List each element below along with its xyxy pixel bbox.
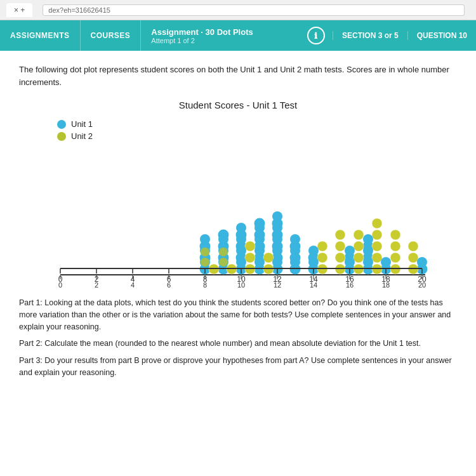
assignment-subtitle: Attempt 1 of 2 bbox=[151, 37, 289, 44]
svg-point-33 bbox=[255, 257, 265, 267]
svg-text:14: 14 bbox=[309, 275, 318, 284]
svg-text:8: 8 bbox=[203, 275, 208, 284]
svg-point-45 bbox=[308, 257, 319, 267]
browser-url-bar[interactable]: dex?eh=316626415 bbox=[43, 4, 465, 16]
svg-text:10: 10 bbox=[237, 275, 246, 284]
nav-assignment-info: Assignment · 30 Dot Plots Attempt 1 of 2 bbox=[141, 27, 300, 44]
chart-legend: Unit 1 Unit 2 bbox=[57, 119, 457, 141]
svg-point-57 bbox=[219, 248, 228, 256]
svg-point-54 bbox=[201, 258, 209, 267]
svg-point-38 bbox=[272, 246, 282, 256]
svg-point-41 bbox=[272, 211, 282, 221]
svg-point-43 bbox=[290, 246, 300, 256]
svg-text:12: 12 bbox=[273, 275, 282, 284]
svg-point-35 bbox=[255, 234, 265, 244]
svg-point-31 bbox=[236, 234, 246, 244]
part2-text: Part 2: Calculate the mean (rounded to t… bbox=[19, 338, 457, 350]
dot-plot-svg: 0 2 4 6 8 10 12 14 16 18 20 bbox=[41, 145, 435, 291]
legend-label-unit1: Unit 1 bbox=[71, 119, 93, 129]
svg-point-47 bbox=[345, 257, 355, 267]
nav-bar: ASSIGNMENTS COURSES Assignment · 30 Dot … bbox=[0, 20, 476, 51]
svg-text:18: 18 bbox=[381, 275, 390, 284]
svg-point-50 bbox=[363, 246, 373, 256]
svg-point-52 bbox=[381, 257, 391, 267]
svg-point-55 bbox=[201, 248, 209, 256]
legend-unit1: Unit 1 bbox=[57, 119, 457, 129]
svg-point-36 bbox=[255, 223, 265, 233]
chart-area: 0 2 4 6 8 10 12 14 16 18 20 bbox=[41, 145, 435, 291]
svg-text:16: 16 bbox=[345, 275, 354, 284]
svg-text:4: 4 bbox=[131, 275, 135, 284]
svg-point-42 bbox=[290, 257, 300, 267]
problem-description: The following dot plot represents studen… bbox=[19, 63, 457, 88]
svg-point-39 bbox=[272, 234, 282, 244]
info-button[interactable]: ℹ bbox=[307, 27, 325, 44]
svg-point-34 bbox=[255, 246, 265, 256]
svg-text:2: 2 bbox=[95, 275, 99, 284]
svg-text:20: 20 bbox=[418, 275, 426, 284]
svg-point-25 bbox=[200, 234, 210, 244]
svg-text:0: 0 bbox=[58, 275, 63, 284]
svg-point-49 bbox=[363, 257, 373, 267]
svg-point-44 bbox=[290, 234, 300, 244]
legend-label-unit2: Unit 2 bbox=[71, 131, 93, 141]
parts-section: Part 1: Looking at the data plots, which… bbox=[19, 297, 457, 379]
svg-text:6: 6 bbox=[167, 275, 171, 284]
svg-point-40 bbox=[272, 223, 282, 233]
svg-point-32 bbox=[236, 223, 246, 233]
svg-point-48 bbox=[345, 246, 355, 256]
x-axis-ticks: 0 2 4 6 8 10 12 14 16 18 20 bbox=[58, 268, 426, 284]
svg-point-28 bbox=[218, 234, 228, 244]
part3-text: Part 3: Do your results from part B prov… bbox=[19, 355, 457, 379]
nav-courses[interactable]: COURSES bbox=[81, 20, 141, 51]
part1-text: Part 1: Looking at the data plots, which… bbox=[19, 297, 457, 333]
legend-unit2: Unit 2 bbox=[57, 131, 457, 141]
legend-dot-unit2 bbox=[57, 132, 66, 141]
nav-assignments[interactable]: ASSIGNMENTS bbox=[0, 20, 80, 51]
section-label: SECTION 3 or 5 bbox=[333, 31, 407, 40]
svg-point-56 bbox=[219, 258, 228, 267]
svg-point-37 bbox=[272, 257, 282, 267]
chart-title: Student Scores - Unit 1 Test bbox=[19, 100, 457, 110]
legend-dot-unit1 bbox=[57, 120, 66, 129]
svg-point-53 bbox=[417, 257, 427, 267]
svg-point-51 bbox=[363, 234, 373, 244]
question-label: QUESTION 10 bbox=[407, 31, 476, 40]
main-content: The following dot plot represents studen… bbox=[0, 51, 476, 476]
browser-tab[interactable]: × + bbox=[6, 3, 32, 17]
svg-point-30 bbox=[236, 246, 246, 256]
svg-point-46 bbox=[308, 246, 319, 256]
browser-bar: × + dex?eh=316626415 bbox=[0, 0, 476, 20]
svg-point-29 bbox=[236, 257, 246, 267]
assignment-title: Assignment · 30 Dot Plots bbox=[151, 27, 289, 37]
